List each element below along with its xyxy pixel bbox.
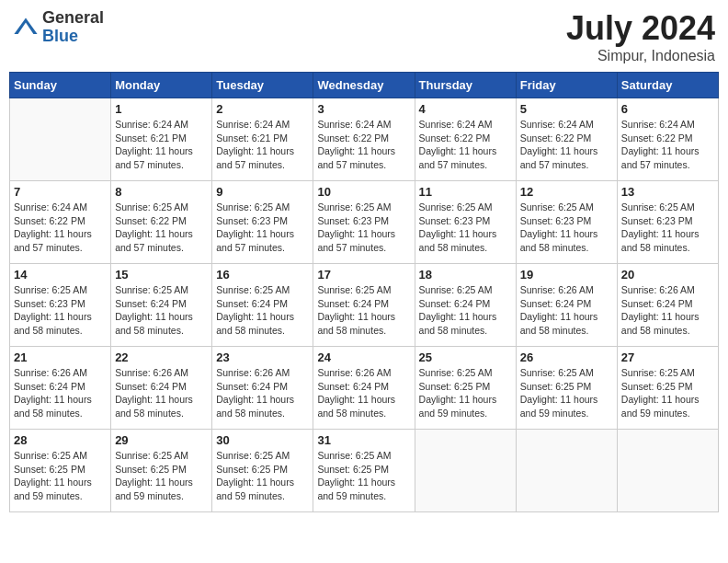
day-info: Sunrise: 6:25 AMSunset: 6:25 PMDaylight:… — [621, 366, 714, 420]
day-info: Sunrise: 6:25 AMSunset: 6:23 PMDaylight:… — [520, 201, 613, 255]
calendar-cell — [415, 430, 516, 512]
calendar-cell: 11Sunrise: 6:25 AMSunset: 6:23 PMDayligh… — [415, 181, 516, 264]
logo-text: General Blue — [42, 9, 104, 46]
calendar-cell: 2Sunrise: 6:24 AMSunset: 6:21 PMDaylight… — [212, 98, 313, 181]
calendar-cell: 29Sunrise: 6:25 AMSunset: 6:25 PMDayligh… — [111, 430, 212, 512]
calendar-cell: 12Sunrise: 6:25 AMSunset: 6:23 PMDayligh… — [516, 181, 617, 264]
day-number: 29 — [115, 433, 208, 447]
day-number: 5 — [520, 102, 613, 116]
day-number: 16 — [216, 268, 309, 282]
day-info: Sunrise: 6:24 AMSunset: 6:21 PMDaylight:… — [115, 118, 208, 172]
calendar-cell: 25Sunrise: 6:25 AMSunset: 6:25 PMDayligh… — [415, 347, 516, 430]
title-block: July 2024 Simpur, Indonesia — [566, 9, 715, 64]
day-number: 4 — [419, 102, 512, 116]
day-info: Sunrise: 6:24 AMSunset: 6:22 PMDaylight:… — [621, 118, 714, 172]
calendar-cell: 8Sunrise: 6:25 AMSunset: 6:22 PMDaylight… — [111, 181, 212, 264]
calendar-cell: 14Sunrise: 6:25 AMSunset: 6:23 PMDayligh… — [10, 264, 111, 347]
weekday-header: Friday — [516, 73, 617, 98]
day-number: 17 — [317, 268, 410, 282]
weekday-header: Monday — [111, 73, 212, 98]
calendar-cell: 31Sunrise: 6:25 AMSunset: 6:25 PMDayligh… — [313, 430, 415, 512]
logo-general: General — [42, 9, 104, 28]
day-info: Sunrise: 6:25 AMSunset: 6:24 PMDaylight:… — [216, 283, 309, 338]
day-info: Sunrise: 6:26 AMSunset: 6:24 PMDaylight:… — [216, 366, 309, 420]
weekday-header: Sunday — [10, 73, 111, 98]
day-info: Sunrise: 6:24 AMSunset: 6:21 PMDaylight:… — [216, 118, 309, 172]
day-info: Sunrise: 6:26 AMSunset: 6:24 PMDaylight:… — [520, 283, 613, 338]
calendar-cell: 1Sunrise: 6:24 AMSunset: 6:21 PMDaylight… — [111, 98, 212, 181]
calendar-cell: 28Sunrise: 6:25 AMSunset: 6:25 PMDayligh… — [10, 430, 111, 512]
day-number: 1 — [115, 102, 208, 116]
day-info: Sunrise: 6:24 AMSunset: 6:22 PMDaylight:… — [520, 118, 613, 172]
calendar-cell: 13Sunrise: 6:25 AMSunset: 6:23 PMDayligh… — [617, 181, 718, 264]
day-number: 26 — [520, 350, 613, 364]
calendar-cell: 24Sunrise: 6:26 AMSunset: 6:24 PMDayligh… — [313, 347, 415, 430]
day-info: Sunrise: 6:25 AMSunset: 6:23 PMDaylight:… — [317, 201, 410, 255]
calendar-cell: 5Sunrise: 6:24 AMSunset: 6:22 PMDaylight… — [516, 98, 617, 181]
calendar-cell: 7Sunrise: 6:24 AMSunset: 6:22 PMDaylight… — [10, 181, 111, 264]
calendar-week-row: 28Sunrise: 6:25 AMSunset: 6:25 PMDayligh… — [10, 430, 719, 512]
calendar-cell: 18Sunrise: 6:25 AMSunset: 6:24 PMDayligh… — [415, 264, 516, 347]
day-number: 25 — [419, 350, 512, 364]
day-number: 24 — [317, 350, 410, 364]
calendar-cell: 19Sunrise: 6:26 AMSunset: 6:24 PMDayligh… — [516, 264, 617, 347]
day-info: Sunrise: 6:25 AMSunset: 6:23 PMDaylight:… — [216, 201, 309, 255]
day-number: 14 — [14, 268, 107, 282]
calendar-cell: 9Sunrise: 6:25 AMSunset: 6:23 PMDaylight… — [212, 181, 313, 264]
day-number: 21 — [14, 350, 107, 364]
day-number: 10 — [317, 185, 410, 199]
calendar-subtitle: Simpur, Indonesia — [566, 48, 715, 64]
day-info: Sunrise: 6:26 AMSunset: 6:24 PMDaylight:… — [621, 283, 714, 338]
day-info: Sunrise: 6:25 AMSunset: 6:25 PMDaylight:… — [520, 366, 613, 420]
day-number: 31 — [317, 433, 410, 447]
calendar-cell: 16Sunrise: 6:25 AMSunset: 6:24 PMDayligh… — [212, 264, 313, 347]
logo-icon — [13, 15, 39, 40]
day-number: 20 — [621, 268, 714, 282]
calendar-cell — [516, 430, 617, 512]
day-info: Sunrise: 6:26 AMSunset: 6:24 PMDaylight:… — [317, 366, 410, 420]
day-number: 13 — [621, 185, 714, 199]
day-info: Sunrise: 6:25 AMSunset: 6:25 PMDaylight:… — [317, 449, 410, 503]
calendar-title: July 2024 — [566, 9, 715, 48]
day-info: Sunrise: 6:25 AMSunset: 6:24 PMDaylight:… — [317, 283, 410, 338]
weekday-header: Thursday — [415, 73, 516, 98]
calendar-cell: 20Sunrise: 6:26 AMSunset: 6:24 PMDayligh… — [617, 264, 718, 347]
day-number: 22 — [115, 350, 208, 364]
day-info: Sunrise: 6:25 AMSunset: 6:22 PMDaylight:… — [115, 201, 208, 255]
calendar-cell: 23Sunrise: 6:26 AMSunset: 6:24 PMDayligh… — [212, 347, 313, 430]
calendar-week-row: 1Sunrise: 6:24 AMSunset: 6:21 PMDaylight… — [10, 98, 719, 181]
day-number: 7 — [14, 185, 107, 199]
day-info: Sunrise: 6:26 AMSunset: 6:24 PMDaylight:… — [115, 366, 208, 420]
day-number: 23 — [216, 350, 309, 364]
day-number: 28 — [14, 433, 107, 447]
day-number: 27 — [621, 350, 714, 364]
calendar-cell: 27Sunrise: 6:25 AMSunset: 6:25 PMDayligh… — [617, 347, 718, 430]
day-info: Sunrise: 6:25 AMSunset: 6:24 PMDaylight:… — [419, 283, 512, 338]
day-info: Sunrise: 6:25 AMSunset: 6:23 PMDaylight:… — [621, 201, 714, 255]
weekday-header-row: SundayMondayTuesdayWednesdayThursdayFrid… — [10, 73, 719, 98]
day-info: Sunrise: 6:25 AMSunset: 6:25 PMDaylight:… — [115, 449, 208, 503]
day-number: 8 — [115, 185, 208, 199]
calendar-cell: 22Sunrise: 6:26 AMSunset: 6:24 PMDayligh… — [111, 347, 212, 430]
calendar-cell: 10Sunrise: 6:25 AMSunset: 6:23 PMDayligh… — [313, 181, 415, 264]
weekday-header: Tuesday — [212, 73, 313, 98]
day-number: 6 — [621, 102, 714, 116]
calendar-cell — [617, 430, 718, 512]
day-number: 30 — [216, 433, 309, 447]
day-number: 19 — [520, 268, 613, 282]
weekday-header: Wednesday — [313, 73, 415, 98]
calendar-cell: 6Sunrise: 6:24 AMSunset: 6:22 PMDaylight… — [617, 98, 718, 181]
day-info: Sunrise: 6:25 AMSunset: 6:23 PMDaylight:… — [14, 283, 107, 338]
day-number: 18 — [419, 268, 512, 282]
day-info: Sunrise: 6:25 AMSunset: 6:24 PMDaylight:… — [115, 283, 208, 338]
calendar-cell: 4Sunrise: 6:24 AMSunset: 6:22 PMDaylight… — [415, 98, 516, 181]
day-number: 11 — [419, 185, 512, 199]
day-info: Sunrise: 6:26 AMSunset: 6:24 PMDaylight:… — [14, 366, 107, 420]
day-number: 2 — [216, 102, 309, 116]
calendar-cell: 17Sunrise: 6:25 AMSunset: 6:24 PMDayligh… — [313, 264, 415, 347]
logo: General Blue — [13, 9, 104, 46]
weekday-header: Saturday — [617, 73, 718, 98]
day-number: 9 — [216, 185, 309, 199]
day-info: Sunrise: 6:25 AMSunset: 6:25 PMDaylight:… — [216, 449, 309, 503]
calendar-table: SundayMondayTuesdayWednesdayThursdayFrid… — [9, 72, 719, 512]
